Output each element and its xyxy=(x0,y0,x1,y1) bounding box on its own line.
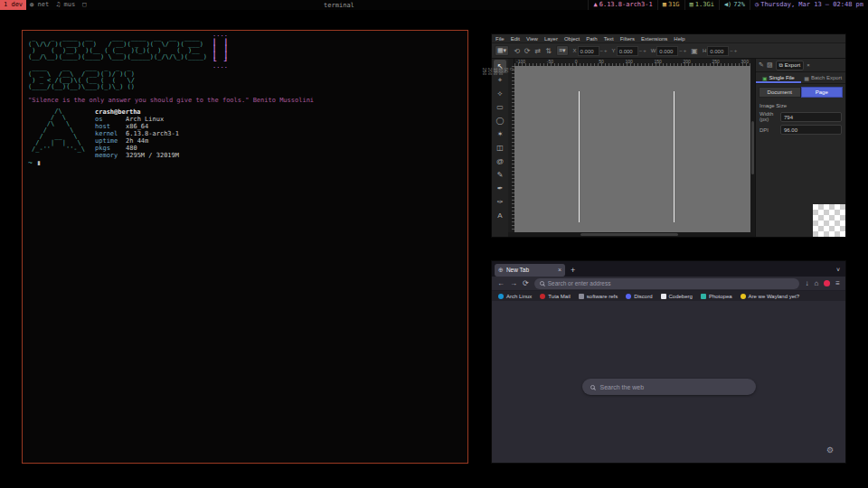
y-coordinate-spinner[interactable]: Y 0.000 − + xyxy=(612,46,646,56)
back-ascii-art: ____ __ ___ _ _ _ ( _ \ /__\ / __)( )/ )… xyxy=(28,65,135,90)
single-file-tab[interactable]: ▣ Single File xyxy=(756,72,801,83)
tool-controls-bar: ▦▾ ⟲ ⟳ ⇄ ⇅ ≡▾ X 0.000 − + Y 0.000 − + W … xyxy=(492,42,845,59)
menu-extensions[interactable]: Extensions xyxy=(641,36,667,42)
back-button[interactable]: ← xyxy=(497,279,505,287)
bookmark-folder-software-refs[interactable]: software refs xyxy=(579,294,618,299)
wayland-bookmark-icon xyxy=(741,294,746,299)
arch-bookmark-icon xyxy=(498,294,504,299)
ram-icon: ▥ xyxy=(690,0,693,10)
menu-layer[interactable]: Layer xyxy=(544,36,558,42)
fetch-info: crash@bertha os Arch Linux host x86_64 k… xyxy=(95,108,179,159)
document-button[interactable]: Document xyxy=(759,87,801,98)
drawn-vertical-line-1[interactable] xyxy=(579,91,580,222)
export-preview-thumbnail xyxy=(813,204,845,237)
forward-button[interactable]: → xyxy=(510,279,517,287)
canvas-row: 050 100150 200250 xyxy=(508,66,750,232)
bookmark-discord[interactable]: Discord xyxy=(626,294,652,299)
tab-close-icon[interactable]: × xyxy=(558,267,561,273)
menu-path[interactable]: Path xyxy=(586,36,597,42)
dpi-field-row: DPI 96.00 xyxy=(756,124,845,136)
rotate-cw-icon[interactable]: ⟳ xyxy=(524,47,531,55)
inkscape-main-area: ↖ ⌖ ⟡ ▭ ◯ ✶ ◫ @ ✎ ✒ ✑ A -100-50 050 xyxy=(492,59,845,237)
workspace-tag-net[interactable]: ◍ net xyxy=(26,0,52,10)
browser-window[interactable]: ⊕ New Tab × + ˅ ← → ⟳ Search or enter ad… xyxy=(491,260,846,464)
url-bar[interactable]: Search or enter address xyxy=(534,278,800,289)
shell-prompt[interactable]: ~ ▮ xyxy=(28,159,41,167)
page-button[interactable]: Page xyxy=(801,87,844,98)
select-all-dropdown[interactable]: ▦▾ xyxy=(495,45,509,56)
terminal-window[interactable]: _ _ ____ __ ___ ____ __ __ ____ ( \/\/ )… xyxy=(22,30,468,464)
swatches-panel-icon[interactable]: ▨ xyxy=(767,61,773,69)
export-mode-tabs: ▣ Single File ▦ Batch Export xyxy=(756,72,845,84)
menu-text[interactable]: Text xyxy=(604,36,614,42)
personalize-gear-icon[interactable]: ⚙ xyxy=(826,446,834,455)
fetch-row-os: os Arch Linux xyxy=(95,116,179,123)
bookmark-arch-linux[interactable]: Arch Linux xyxy=(498,294,532,299)
height-spinner[interactable]: H 0.000 − + xyxy=(703,46,737,56)
codeberg-bookmark-icon xyxy=(661,294,666,299)
export-dpi-input[interactable]: 96.00 xyxy=(780,125,842,135)
width-spinner[interactable]: W 0.000 − + xyxy=(651,46,687,56)
menu-filters[interactable]: Filters xyxy=(620,36,635,42)
bookmark-are-we-wayland-yet[interactable]: Are we Wayland yet? xyxy=(741,294,799,299)
drawn-vertical-line-2[interactable] xyxy=(674,91,675,222)
new-tab-button[interactable]: + xyxy=(571,266,575,275)
exclamation-ascii-art: ···· ┃ ┃ ┃ ┃ ┃ ┃ ┖ ┚ ···· xyxy=(212,33,228,71)
export-panel: ✎ ▨ ⧉ Export × ▣ Single File ▦ Batc xyxy=(755,59,845,237)
export-width-input[interactable]: 794 xyxy=(780,112,842,122)
panel-tab-row: ✎ ▨ ⧉ Export × xyxy=(756,59,845,72)
export-icon: ⧉ xyxy=(779,62,783,69)
flip-horizontal-icon[interactable]: ⇄ xyxy=(535,47,542,55)
tab-strip: ⊕ New Tab × + ˅ xyxy=(492,261,845,277)
kernel-status: ▲ 6.13.8-arch3-1 xyxy=(588,0,656,10)
volume-status: ◀) 72% xyxy=(719,0,750,10)
bookmark-tuta-mail[interactable]: Tuta Mail xyxy=(540,294,570,299)
menu-object[interactable]: Object xyxy=(564,36,580,42)
list-all-tabs-icon[interactable]: ˅ xyxy=(836,267,843,273)
align-dropdown[interactable]: ≡▾ xyxy=(556,45,569,56)
drawing-canvas[interactable] xyxy=(514,66,750,232)
export-panel-tab[interactable]: ⧉ Export xyxy=(776,61,805,70)
horizontal-ruler[interactable]: -100-50 050 100150 200250 300 xyxy=(514,59,750,66)
bookmark-codeberg[interactable]: Codeberg xyxy=(661,294,693,299)
export-target-row: Document Page xyxy=(756,84,845,99)
fetch-row-host: host x86_64 xyxy=(95,123,179,130)
lock-ratio-icon[interactable]: ▣ xyxy=(691,47,698,55)
workspace-tag-dev[interactable]: 1 dev xyxy=(0,0,26,10)
clock-status: ◷ Thursday, Mar 13 — 02:48 pm xyxy=(750,0,868,10)
workspace-tag-mus[interactable]: ♫ mus xyxy=(52,0,79,10)
terminal-quote: "Silence is the only answer you should g… xyxy=(28,97,314,104)
reload-button[interactable]: ⟳ xyxy=(523,279,529,287)
downloads-button[interactable]: ↓ xyxy=(805,279,808,287)
pencil-panel-icon[interactable]: ✎ xyxy=(759,61,764,69)
clock-icon: ◷ xyxy=(755,0,759,10)
welcome-ascii-art: _ _ ____ __ ___ ____ __ __ ____ ( \/\/ )… xyxy=(28,35,207,61)
menu-help[interactable]: Help xyxy=(674,36,684,42)
flip-vertical-icon[interactable]: ⇅ xyxy=(545,47,552,55)
bookmark-photopea[interactable]: Photopea xyxy=(701,294,732,299)
horizontal-scrollbar[interactable] xyxy=(508,232,750,237)
inkscape-window[interactable]: File Edit View Layer Object Path Text Fi… xyxy=(491,33,846,238)
workspace-tag-empty[interactable]: □ xyxy=(79,0,90,10)
web-search-bar[interactable]: Search the web xyxy=(582,379,756,395)
inkscape-menubar: File Edit View Layer Object Path Text Fi… xyxy=(492,34,845,42)
menu-file[interactable]: File xyxy=(495,36,505,42)
batch-export-tab[interactable]: ▦ Batch Export xyxy=(801,72,846,83)
navigation-bar: ← → ⟳ Search or enter address ↓ ⌂ ≡ xyxy=(492,277,845,291)
menu-edit[interactable]: Edit xyxy=(511,36,520,42)
speaker-icon: ◀) xyxy=(724,0,731,10)
x-coordinate-spinner[interactable]: X 0.000 − + xyxy=(573,46,608,56)
rotate-ccw-icon[interactable]: ⟲ xyxy=(514,47,520,55)
home-button[interactable]: ⌂ xyxy=(814,279,818,287)
folder-icon xyxy=(579,294,584,299)
status-bar: 1 dev ◍ net ♫ mus □ terminal ▲ 6.13.8-ar… xyxy=(0,0,868,10)
menu-button[interactable]: ≡ xyxy=(835,279,840,287)
bookmarks-bar: Arch Linux Tuta Mail software refs Disco… xyxy=(492,291,845,301)
disk-icon: ▦ xyxy=(663,0,666,10)
vertical-ruler[interactable]: 050 100150 200250 xyxy=(508,66,514,232)
active-tab[interactable]: ⊕ New Tab × xyxy=(495,264,565,277)
menu-view[interactable]: View xyxy=(526,36,538,42)
batch-export-icon: ▦ xyxy=(804,75,809,81)
adblocker-extension-icon[interactable] xyxy=(824,280,830,286)
close-panel-icon[interactable]: × xyxy=(807,62,810,68)
